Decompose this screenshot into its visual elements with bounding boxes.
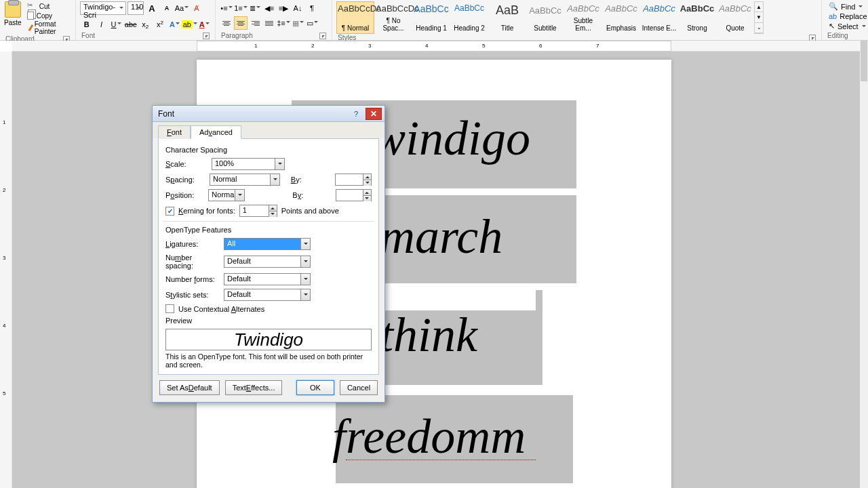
- borders-button[interactable]: ▭: [305, 16, 319, 30]
- select-button[interactable]: ↖Select: [826, 21, 864, 31]
- spacing-by-spin[interactable]: [335, 174, 372, 186]
- doc-line-4: freedomm: [332, 412, 526, 461]
- replace-button[interactable]: abReplace: [826, 12, 864, 21]
- numbering-button[interactable]: 1≡: [234, 1, 248, 15]
- stylistic-sets-combo[interactable]: Default: [224, 289, 311, 301]
- kerning-checkbox[interactable]: [165, 207, 174, 216]
- ok-button[interactable]: OK: [296, 380, 334, 395]
- doc-line-2: march: [380, 212, 502, 261]
- kerning-spin[interactable]: 1: [239, 205, 277, 217]
- styles-scroll[interactable]: ▲▼⌄: [754, 1, 764, 34]
- clear-formatting-button[interactable]: A̸: [190, 1, 203, 15]
- position-by-spin[interactable]: [336, 189, 372, 201]
- format-painter-button[interactable]: Format Painter: [24, 20, 71, 35]
- number-forms-label: Number forms:: [165, 275, 220, 283]
- ligatures-label: Ligatures:: [165, 240, 220, 248]
- font-name-select[interactable]: Twindigo-Scri: [80, 1, 126, 15]
- tab-advanced[interactable]: AdvancedAdvanced: [191, 125, 241, 139]
- copy-icon: [27, 12, 34, 20]
- cancel-button[interactable]: Cancel: [340, 380, 378, 395]
- find-icon: 🔍: [829, 2, 838, 11]
- increase-indent-button[interactable]: ≡▶: [277, 1, 290, 15]
- style-strong[interactable]: AaBbCcStrong: [678, 1, 716, 34]
- style-no-spacing[interactable]: AaBbCcDc¶ No Spac...: [374, 1, 412, 34]
- font-color-button[interactable]: A: [197, 17, 211, 32]
- contextual-alternates-label: Use Contextual Alternates: [178, 305, 264, 313]
- position-by-label: By:: [292, 191, 331, 199]
- highlight-button[interactable]: ab: [182, 17, 196, 32]
- multilevel-button[interactable]: ≣: [248, 1, 262, 15]
- sort-button[interactable]: A↓: [291, 1, 304, 15]
- paste-icon: [5, 1, 21, 18]
- spacing-combo[interactable]: Normal: [210, 174, 280, 186]
- character-spacing-title: Character Spacing: [165, 146, 372, 154]
- strikethrough-button[interactable]: abc: [124, 17, 138, 32]
- vertical-scrollbar[interactable]: [860, 41, 868, 488]
- subscript-button[interactable]: x2: [139, 17, 153, 32]
- line-spacing-button[interactable]: ‡≡: [277, 16, 290, 30]
- dialog-help-button[interactable]: ?: [348, 108, 364, 120]
- opentype-title: OpenType Features: [165, 226, 372, 234]
- spellcheck-underline: [346, 460, 536, 460]
- dialog-titlebar[interactable]: Font ? ✕: [153, 106, 384, 122]
- change-case-button[interactable]: Aa: [175, 1, 189, 15]
- preview-title: Preview: [165, 317, 372, 325]
- brush-icon: [28, 24, 33, 31]
- copy-button[interactable]: Copy: [24, 12, 71, 20]
- grow-font-button[interactable]: A: [145, 1, 159, 15]
- editing-label: Editing: [827, 32, 848, 39]
- dialog-title: Font: [158, 109, 348, 119]
- justify-button[interactable]: [262, 16, 276, 30]
- tab-font[interactable]: FFontont: [158, 125, 191, 139]
- cut-button[interactable]: ✂Cut: [24, 1, 71, 11]
- horizontal-ruler: 1 2 3 4 5 6 7: [12, 41, 860, 52]
- font-size-select[interactable]: 110: [127, 1, 144, 15]
- align-right-button[interactable]: [248, 16, 262, 30]
- paragraph-label: Paragraph: [221, 32, 253, 39]
- font-launcher[interactable]: [203, 33, 210, 39]
- superscript-button[interactable]: x2: [153, 17, 167, 32]
- set-as-default-button[interactable]: Set As Default: [159, 380, 220, 395]
- ligatures-combo[interactable]: All: [224, 238, 311, 250]
- group-paragraph: •≡ 1≡ ≣ ◀≡ ≡▶ A↓ ¶ ‡≡ ▦ ▭ Paragraph: [216, 0, 332, 40]
- document-area[interactable]: windigo march think freedomm: [12, 52, 860, 488]
- underline-button[interactable]: U: [109, 17, 123, 32]
- position-combo[interactable]: Normal: [208, 189, 245, 201]
- show-marks-button[interactable]: ¶: [305, 1, 319, 15]
- decrease-indent-button[interactable]: ◀≡: [262, 1, 276, 15]
- shrink-font-button[interactable]: A: [160, 1, 174, 15]
- dialog-close-button[interactable]: ✕: [366, 108, 382, 120]
- stylistic-sets-label: Stylistic sets:: [165, 291, 220, 299]
- paste-button[interactable]: Paste: [4, 1, 22, 35]
- style-heading2[interactable]: AaBbCcHeading 2: [450, 1, 488, 34]
- text-effects-button[interactable]: A: [168, 17, 182, 32]
- font-label: Font: [81, 32, 95, 39]
- font-dialog: Font ? ✕ FFontont AdvancedAdvanced Chara…: [152, 105, 385, 403]
- paragraph-launcher[interactable]: [319, 33, 326, 39]
- ribbon: Paste ✂Cut Copy Format Painter Clipboard…: [0, 0, 868, 41]
- number-forms-combo[interactable]: Default: [224, 273, 311, 285]
- style-normal[interactable]: AaBbCcDc¶ Normal: [336, 1, 374, 34]
- shading-button[interactable]: ▦: [291, 16, 304, 30]
- style-subtitle[interactable]: AaBbCcSubtitle: [526, 1, 564, 34]
- italic-button[interactable]: I: [95, 17, 108, 32]
- select-icon: ↖: [829, 22, 835, 30]
- align-center-button[interactable]: [234, 16, 248, 30]
- style-emphasis[interactable]: AaBbCcEmphasis: [602, 1, 640, 34]
- align-left-button[interactable]: [220, 16, 233, 30]
- style-title[interactable]: AaBTitle: [488, 1, 526, 34]
- kerning-label: Kerning for fonts:: [178, 207, 235, 215]
- find-button[interactable]: 🔍Find: [826, 1, 864, 12]
- style-subtle-emphasis[interactable]: AaBbCcSubtle Em...: [564, 1, 602, 34]
- bold-button[interactable]: B: [80, 17, 94, 32]
- bullets-button[interactable]: •≡: [220, 1, 233, 15]
- number-spacing-combo[interactable]: Default: [224, 256, 311, 268]
- scale-combo[interactable]: 100%: [212, 158, 285, 170]
- style-intense-emphasis[interactable]: AaBbCcIntense E...: [640, 1, 678, 34]
- contextual-alternates-checkbox[interactable]: [165, 304, 174, 313]
- style-heading1[interactable]: AaBbCcHeading 1: [412, 1, 450, 34]
- style-quote[interactable]: AaBbCcQuote: [716, 1, 754, 34]
- preview-box: Twindigo: [165, 329, 372, 350]
- spacing-label: Spacing:: [165, 176, 205, 184]
- text-effects-button[interactable]: Text Effects...: [225, 380, 283, 395]
